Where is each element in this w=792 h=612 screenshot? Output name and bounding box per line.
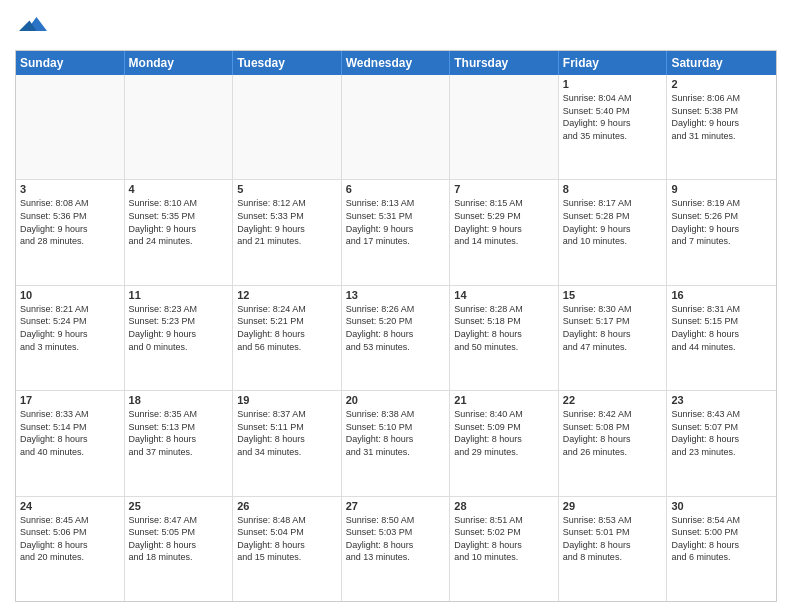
day-number: 23	[671, 394, 772, 406]
cell-info: Sunrise: 8:06 AMSunset: 5:38 PMDaylight:…	[671, 92, 772, 142]
calendar-cell: 8Sunrise: 8:17 AMSunset: 5:28 PMDaylight…	[559, 180, 668, 284]
calendar-cell: 25Sunrise: 8:47 AMSunset: 5:05 PMDayligh…	[125, 497, 234, 601]
cell-info: Sunrise: 8:23 AMSunset: 5:23 PMDaylight:…	[129, 303, 229, 353]
weekday-header: Friday	[559, 51, 668, 75]
day-number: 18	[129, 394, 229, 406]
cell-info: Sunrise: 8:19 AMSunset: 5:26 PMDaylight:…	[671, 197, 772, 247]
day-number: 29	[563, 500, 663, 512]
page: SundayMondayTuesdayWednesdayThursdayFrid…	[0, 0, 792, 612]
logo	[15, 10, 47, 42]
calendar-row: 17Sunrise: 8:33 AMSunset: 5:14 PMDayligh…	[16, 390, 776, 495]
cell-info: Sunrise: 8:37 AMSunset: 5:11 PMDaylight:…	[237, 408, 337, 458]
calendar-row: 1Sunrise: 8:04 AMSunset: 5:40 PMDaylight…	[16, 75, 776, 179]
calendar: SundayMondayTuesdayWednesdayThursdayFrid…	[15, 50, 777, 602]
cell-info: Sunrise: 8:43 AMSunset: 5:07 PMDaylight:…	[671, 408, 772, 458]
calendar-cell: 6Sunrise: 8:13 AMSunset: 5:31 PMDaylight…	[342, 180, 451, 284]
cell-info: Sunrise: 8:13 AMSunset: 5:31 PMDaylight:…	[346, 197, 446, 247]
cell-info: Sunrise: 8:45 AMSunset: 5:06 PMDaylight:…	[20, 514, 120, 564]
day-number: 14	[454, 289, 554, 301]
calendar-cell: 16Sunrise: 8:31 AMSunset: 5:15 PMDayligh…	[667, 286, 776, 390]
calendar-body: 1Sunrise: 8:04 AMSunset: 5:40 PMDaylight…	[16, 75, 776, 601]
day-number: 10	[20, 289, 120, 301]
calendar-cell: 10Sunrise: 8:21 AMSunset: 5:24 PMDayligh…	[16, 286, 125, 390]
calendar-cell: 4Sunrise: 8:10 AMSunset: 5:35 PMDaylight…	[125, 180, 234, 284]
day-number: 19	[237, 394, 337, 406]
cell-info: Sunrise: 8:54 AMSunset: 5:00 PMDaylight:…	[671, 514, 772, 564]
day-number: 26	[237, 500, 337, 512]
day-number: 25	[129, 500, 229, 512]
day-number: 22	[563, 394, 663, 406]
day-number: 24	[20, 500, 120, 512]
weekday-header: Tuesday	[233, 51, 342, 75]
calendar-row: 3Sunrise: 8:08 AMSunset: 5:36 PMDaylight…	[16, 179, 776, 284]
cell-info: Sunrise: 8:40 AMSunset: 5:09 PMDaylight:…	[454, 408, 554, 458]
logo-icon	[19, 10, 47, 38]
calendar-cell: 20Sunrise: 8:38 AMSunset: 5:10 PMDayligh…	[342, 391, 451, 495]
header	[15, 10, 777, 42]
calendar-header: SundayMondayTuesdayWednesdayThursdayFrid…	[16, 51, 776, 75]
cell-info: Sunrise: 8:24 AMSunset: 5:21 PMDaylight:…	[237, 303, 337, 353]
calendar-cell: 19Sunrise: 8:37 AMSunset: 5:11 PMDayligh…	[233, 391, 342, 495]
calendar-cell: 17Sunrise: 8:33 AMSunset: 5:14 PMDayligh…	[16, 391, 125, 495]
cell-info: Sunrise: 8:50 AMSunset: 5:03 PMDaylight:…	[346, 514, 446, 564]
weekday-header: Saturday	[667, 51, 776, 75]
day-number: 11	[129, 289, 229, 301]
day-number: 6	[346, 183, 446, 195]
cell-info: Sunrise: 8:31 AMSunset: 5:15 PMDaylight:…	[671, 303, 772, 353]
cell-info: Sunrise: 8:33 AMSunset: 5:14 PMDaylight:…	[20, 408, 120, 458]
day-number: 2	[671, 78, 772, 90]
cell-info: Sunrise: 8:04 AMSunset: 5:40 PMDaylight:…	[563, 92, 663, 142]
day-number: 16	[671, 289, 772, 301]
cell-info: Sunrise: 8:15 AMSunset: 5:29 PMDaylight:…	[454, 197, 554, 247]
cell-info: Sunrise: 8:51 AMSunset: 5:02 PMDaylight:…	[454, 514, 554, 564]
cell-info: Sunrise: 8:17 AMSunset: 5:28 PMDaylight:…	[563, 197, 663, 247]
cell-info: Sunrise: 8:48 AMSunset: 5:04 PMDaylight:…	[237, 514, 337, 564]
calendar-cell: 7Sunrise: 8:15 AMSunset: 5:29 PMDaylight…	[450, 180, 559, 284]
calendar-row: 24Sunrise: 8:45 AMSunset: 5:06 PMDayligh…	[16, 496, 776, 601]
cell-info: Sunrise: 8:08 AMSunset: 5:36 PMDaylight:…	[20, 197, 120, 247]
day-number: 1	[563, 78, 663, 90]
day-number: 15	[563, 289, 663, 301]
weekday-header: Sunday	[16, 51, 125, 75]
cell-info: Sunrise: 8:21 AMSunset: 5:24 PMDaylight:…	[20, 303, 120, 353]
calendar-cell	[233, 75, 342, 179]
calendar-cell: 21Sunrise: 8:40 AMSunset: 5:09 PMDayligh…	[450, 391, 559, 495]
day-number: 21	[454, 394, 554, 406]
calendar-cell: 23Sunrise: 8:43 AMSunset: 5:07 PMDayligh…	[667, 391, 776, 495]
day-number: 12	[237, 289, 337, 301]
cell-info: Sunrise: 8:26 AMSunset: 5:20 PMDaylight:…	[346, 303, 446, 353]
day-number: 30	[671, 500, 772, 512]
cell-info: Sunrise: 8:12 AMSunset: 5:33 PMDaylight:…	[237, 197, 337, 247]
calendar-cell: 30Sunrise: 8:54 AMSunset: 5:00 PMDayligh…	[667, 497, 776, 601]
day-number: 17	[20, 394, 120, 406]
day-number: 3	[20, 183, 120, 195]
calendar-cell: 22Sunrise: 8:42 AMSunset: 5:08 PMDayligh…	[559, 391, 668, 495]
cell-info: Sunrise: 8:35 AMSunset: 5:13 PMDaylight:…	[129, 408, 229, 458]
calendar-cell: 2Sunrise: 8:06 AMSunset: 5:38 PMDaylight…	[667, 75, 776, 179]
calendar-cell	[342, 75, 451, 179]
calendar-cell: 5Sunrise: 8:12 AMSunset: 5:33 PMDaylight…	[233, 180, 342, 284]
cell-info: Sunrise: 8:53 AMSunset: 5:01 PMDaylight:…	[563, 514, 663, 564]
day-number: 13	[346, 289, 446, 301]
weekday-header: Thursday	[450, 51, 559, 75]
calendar-cell: 27Sunrise: 8:50 AMSunset: 5:03 PMDayligh…	[342, 497, 451, 601]
calendar-cell: 18Sunrise: 8:35 AMSunset: 5:13 PMDayligh…	[125, 391, 234, 495]
cell-info: Sunrise: 8:42 AMSunset: 5:08 PMDaylight:…	[563, 408, 663, 458]
calendar-cell	[450, 75, 559, 179]
cell-info: Sunrise: 8:10 AMSunset: 5:35 PMDaylight:…	[129, 197, 229, 247]
day-number: 20	[346, 394, 446, 406]
calendar-cell: 26Sunrise: 8:48 AMSunset: 5:04 PMDayligh…	[233, 497, 342, 601]
calendar-cell: 14Sunrise: 8:28 AMSunset: 5:18 PMDayligh…	[450, 286, 559, 390]
calendar-cell: 13Sunrise: 8:26 AMSunset: 5:20 PMDayligh…	[342, 286, 451, 390]
cell-info: Sunrise: 8:30 AMSunset: 5:17 PMDaylight:…	[563, 303, 663, 353]
calendar-cell: 3Sunrise: 8:08 AMSunset: 5:36 PMDaylight…	[16, 180, 125, 284]
day-number: 4	[129, 183, 229, 195]
cell-info: Sunrise: 8:47 AMSunset: 5:05 PMDaylight:…	[129, 514, 229, 564]
calendar-cell: 28Sunrise: 8:51 AMSunset: 5:02 PMDayligh…	[450, 497, 559, 601]
weekday-header: Wednesday	[342, 51, 451, 75]
calendar-cell: 15Sunrise: 8:30 AMSunset: 5:17 PMDayligh…	[559, 286, 668, 390]
calendar-cell	[16, 75, 125, 179]
day-number: 9	[671, 183, 772, 195]
calendar-cell: 29Sunrise: 8:53 AMSunset: 5:01 PMDayligh…	[559, 497, 668, 601]
calendar-row: 10Sunrise: 8:21 AMSunset: 5:24 PMDayligh…	[16, 285, 776, 390]
